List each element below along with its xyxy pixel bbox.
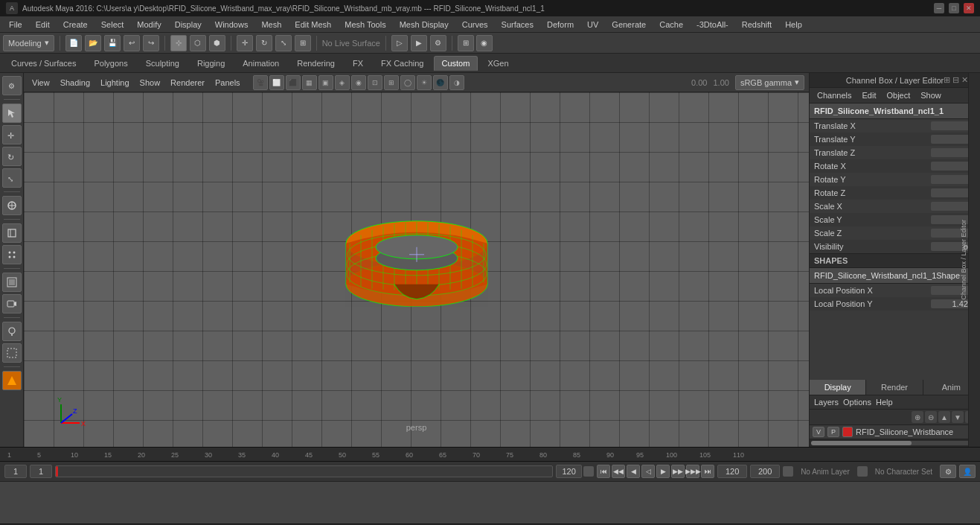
layer-color-swatch[interactable] <box>842 427 853 437</box>
scale-tool-btn[interactable]: ⤡ <box>2 168 22 188</box>
camera-btn[interactable] <box>2 294 22 314</box>
redo-btn[interactable]: ↪ <box>143 35 159 51</box>
cb-menu-show[interactable]: Show <box>917 90 944 101</box>
next-key-btn[interactable]: ▶▶▶ <box>686 465 699 478</box>
timeline-slider[interactable] <box>55 465 553 477</box>
layer-playback-btn[interactable]: P <box>827 427 839 437</box>
rotate-btn[interactable]: ↻ <box>256 35 272 51</box>
scale-btn[interactable]: ⤡ <box>275 35 292 51</box>
play-back-btn[interactable]: ◁ <box>641 465 655 478</box>
cb-menu-object[interactable]: Object <box>883 90 913 101</box>
play-fwd-btn[interactable]: ▶ <box>656 465 670 478</box>
grid-toggle[interactable]: ⊞ <box>458 35 474 51</box>
vp-icon-4[interactable]: ▣ <box>318 75 333 90</box>
menu-windows[interactable]: Windows <box>209 19 254 31</box>
menu-deform[interactable]: Deform <box>541 19 580 31</box>
vp-icon-3[interactable]: ▦ <box>302 75 317 90</box>
layer-up-btn[interactable]: ▲ <box>938 411 950 423</box>
anim-option-btn[interactable] <box>783 466 793 477</box>
vp-icon-wire[interactable]: ⊞ <box>384 75 399 90</box>
menu-edit-mesh[interactable]: Edit Mesh <box>289 19 337 31</box>
render-btn[interactable]: ▷ <box>391 35 408 51</box>
layer-scrollbar[interactable] <box>810 439 980 447</box>
ipr-btn[interactable]: ▶ <box>411 35 427 51</box>
rotate-tool-btn[interactable]: ↻ <box>2 147 22 166</box>
menu-surfaces[interactable]: Surfaces <box>496 19 539 31</box>
layer-menu-help[interactable]: Help <box>876 398 893 407</box>
layer-new-btn[interactable]: ⊕ <box>912 411 923 423</box>
tab-custom[interactable]: Custom <box>434 56 478 71</box>
char-set-btn[interactable]: ⚙ <box>940 465 956 478</box>
prev-key-btn[interactable]: ◀◀ <box>612 465 625 478</box>
undo-btn[interactable]: ↩ <box>124 35 140 51</box>
anim-pref-btn[interactable]: 👤 <box>959 465 976 478</box>
show-manip-btn[interactable] <box>2 223 22 243</box>
anim-current-input[interactable] <box>717 465 747 478</box>
quick-sel-btn[interactable] <box>2 343 22 363</box>
menu-redshift[interactable]: Redshift <box>736 19 778 31</box>
paint-btn[interactable]: ⬢ <box>209 35 225 51</box>
vp-icon-shadow[interactable]: 🌑 <box>433 75 448 90</box>
open-btn[interactable]: 📂 <box>85 35 101 51</box>
gamma-selector[interactable]: sRGB gamma ▾ <box>735 75 804 90</box>
vp-icon-2[interactable]: ⬛ <box>286 75 301 90</box>
current-frame-input[interactable] <box>4 465 27 478</box>
render-settings-btn[interactable]: ⚙ <box>430 35 446 51</box>
prev-frame-btn[interactable]: ◀ <box>627 465 640 478</box>
tab-fx[interactable]: FX <box>345 56 371 71</box>
tab-animation[interactable]: Animation <box>234 56 287 71</box>
maximize-button[interactable]: □ <box>949 3 959 13</box>
layer-down-btn[interactable]: ▼ <box>952 411 964 423</box>
vp-icon-1[interactable]: ⬜ <box>269 75 284 90</box>
menu-mesh-display[interactable]: Mesh Display <box>394 19 455 31</box>
tab-rigging[interactable]: Rigging <box>189 56 233 71</box>
menu-mesh-tools[interactable]: Mesh Tools <box>339 19 391 31</box>
vp-menu-panels[interactable]: Panels <box>211 77 244 89</box>
anim-end-btn[interactable] <box>583 466 594 477</box>
tab-polygons[interactable]: Polygons <box>86 56 135 71</box>
vp-icon-light[interactable]: ☀ <box>417 75 432 90</box>
go-start-btn[interactable]: ⏮ <box>597 465 610 478</box>
vp-menu-shading[interactable]: Shading <box>57 77 94 89</box>
vp-icon-6[interactable]: ◉ <box>351 75 366 90</box>
menu-mesh[interactable]: Mesh <box>255 19 287 31</box>
anim-end-input[interactable] <box>556 465 582 478</box>
vp-menu-renderer[interactable]: Renderer <box>167 77 208 89</box>
arnold-icon-btn[interactable] <box>2 371 22 390</box>
menu-uv[interactable]: UV <box>581 19 604 31</box>
move-tool-btn[interactable]: ✛ <box>2 125 22 144</box>
mode-dropdown[interactable]: Modeling ▾ <box>3 35 54 51</box>
layer-menu-options[interactable]: Options <box>843 398 871 407</box>
menu-3dtoall[interactable]: -3DtoAll- <box>691 19 734 31</box>
title-bar-controls[interactable]: ─ □ ✕ <box>934 3 974 13</box>
vp-icon-ao[interactable]: ◑ <box>449 75 464 90</box>
minimize-button[interactable]: ─ <box>934 3 944 13</box>
menu-file[interactable]: File <box>3 19 28 31</box>
tab-sculpting[interactable]: Sculpting <box>138 56 188 71</box>
menu-edit[interactable]: Edit <box>30 19 56 31</box>
select-tool-btn[interactable] <box>2 104 22 123</box>
settings-icon-btn[interactable]: ⚙ <box>2 76 22 95</box>
layer-menu-layers[interactable]: Layers <box>814 398 839 407</box>
tab-rendering[interactable]: Rendering <box>289 56 343 71</box>
display-toggle[interactable]: ◉ <box>476 35 493 51</box>
menu-select[interactable]: Select <box>95 19 130 31</box>
menu-modify[interactable]: Modify <box>131 19 167 31</box>
tab-fx-caching[interactable]: FX Caching <box>373 56 432 71</box>
vp-menu-view[interactable]: View <box>28 77 54 89</box>
cb-icon-2[interactable]: ⊟ <box>952 75 959 85</box>
menu-generate[interactable]: Generate <box>606 19 652 31</box>
cb-icon-close[interactable]: ✕ <box>961 75 968 85</box>
layer-del-btn[interactable]: ⊖ <box>925 411 937 423</box>
vp-icon-cam[interactable]: 🎥 <box>253 75 268 90</box>
move-btn[interactable]: ✛ <box>237 35 253 51</box>
tab-curves-surfaces[interactable]: Curves / Surfaces <box>3 56 84 71</box>
vp-menu-lighting[interactable]: Lighting <box>97 77 133 89</box>
anim-total-input[interactable] <box>750 465 780 478</box>
go-end-btn[interactable]: ⏭ <box>701 465 714 478</box>
transform-btn[interactable]: ⊞ <box>295 35 311 51</box>
vp-icon-5[interactable]: ◈ <box>335 75 350 90</box>
attribute-editor-tab[interactable]: Attribute Editor Channel Box / Layer Edi… <box>968 73 980 447</box>
layer-tab-display[interactable]: Display <box>810 380 866 395</box>
timeline-ruler[interactable]: 1 5 10 15 20 25 30 35 40 45 50 55 60 65 … <box>0 447 980 462</box>
